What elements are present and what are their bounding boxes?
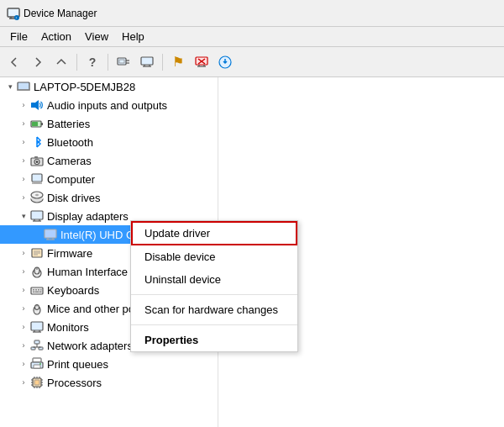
tree-item-audio[interactable]: › Audio inputs and outputs <box>0 96 218 114</box>
forward-button[interactable] <box>27 51 49 73</box>
title-bar: ! Device Manager <box>0 0 504 27</box>
menu-file[interactable]: File <box>3 29 34 45</box>
context-update-driver[interactable]: Update driver <box>131 221 297 245</box>
svg-rect-55 <box>35 289 37 291</box>
svg-rect-54 <box>33 289 34 291</box>
keyboard-icon <box>30 283 44 297</box>
monitor-button[interactable] <box>136 51 158 73</box>
disk-label: Disk drives <box>47 192 101 204</box>
bluetooth-icon <box>30 135 44 149</box>
context-scan-changes[interactable]: Scan for hardware changes <box>131 298 297 321</box>
svg-rect-68 <box>34 340 39 344</box>
svg-rect-25 <box>41 123 43 125</box>
up-button[interactable] <box>50 51 72 73</box>
expand-mice[interactable]: › <box>17 302 30 315</box>
tree-item-processors[interactable]: › Proces <box>0 373 218 392</box>
expand-intel <box>30 228 44 241</box>
bluetooth-label: Bluetooth <box>47 136 93 149</box>
expand-keyboards[interactable]: › <box>17 283 30 297</box>
network-icon <box>30 339 44 352</box>
help-button[interactable]: ? <box>81 51 103 73</box>
laptop-icon <box>17 80 30 93</box>
svg-rect-74 <box>33 358 41 362</box>
svg-rect-38 <box>31 211 43 219</box>
update-driver-toolbar-button[interactable] <box>214 51 236 73</box>
svg-rect-76 <box>34 365 40 368</box>
svg-rect-42 <box>45 229 56 238</box>
battery-icon <box>30 117 44 130</box>
expand-audio[interactable]: › <box>17 98 30 112</box>
sep2 <box>108 54 108 71</box>
remove-button[interactable] <box>191 51 213 73</box>
cameras-label: Cameras <box>47 155 92 167</box>
mice-icon <box>30 302 44 315</box>
batteries-label: Batteries <box>47 118 90 130</box>
expand-print[interactable]: › <box>17 357 30 371</box>
firmware-label: Firmware <box>47 247 92 260</box>
tree-item-cameras[interactable]: › Cameras <box>0 151 218 170</box>
audio-icon <box>30 98 44 112</box>
svg-rect-57 <box>40 289 42 291</box>
print-label: Print queues <box>47 358 108 371</box>
hid-icon <box>30 265 44 278</box>
menu-action[interactable]: Action <box>34 29 78 45</box>
context-divider-2 <box>131 324 297 325</box>
main-content: ▾ LAPTOP-5DEMJB28 › Audio inputs and <box>0 77 504 427</box>
svg-rect-79 <box>34 380 39 385</box>
svg-rect-59 <box>35 292 39 293</box>
svg-rect-26 <box>32 122 38 126</box>
expand-disk[interactable]: › <box>17 191 30 204</box>
expand-bluetooth[interactable]: › <box>17 135 30 149</box>
scan-button[interactable] <box>113 51 134 73</box>
context-disable-device[interactable]: Disable device <box>131 245 297 268</box>
expand-monitors[interactable]: › <box>17 320 30 334</box>
expand-batteries[interactable]: › <box>17 117 30 130</box>
sep1 <box>76 54 77 71</box>
expand-hid[interactable]: › <box>17 265 30 278</box>
audio-label: Audio inputs and outputs <box>47 99 167 112</box>
expand-network[interactable]: › <box>17 339 30 352</box>
expand-processors[interactable]: › <box>17 376 30 389</box>
menu-bar: File Action View Help <box>0 27 504 47</box>
svg-point-77 <box>39 363 41 365</box>
svg-rect-31 <box>32 174 42 182</box>
tree-item-disk[interactable]: › Disk drives <box>0 188 218 207</box>
expand-firmware[interactable]: › <box>17 246 30 260</box>
laptop-label: LAPTOP-5DEMJB28 <box>34 81 135 93</box>
intel-icon <box>44 228 57 241</box>
svg-rect-64 <box>31 322 43 330</box>
expand-computer[interactable]: › <box>17 172 30 186</box>
processors-label: Processors <box>47 377 102 389</box>
menu-help[interactable]: Help <box>115 29 151 45</box>
svg-point-37 <box>35 194 39 196</box>
display-label: Display adapters <box>47 210 129 223</box>
computer-icon <box>30 172 44 186</box>
monitors-label: Monitors <box>47 321 89 334</box>
firmware-icon <box>30 246 44 260</box>
tree-item-computer[interactable]: › Computer <box>0 170 218 188</box>
tree-item-print[interactable]: › Print queues <box>0 355 218 373</box>
context-uninstall-device[interactable]: Uninstall device <box>131 268 297 291</box>
expand-cameras[interactable]: › <box>17 154 30 167</box>
context-menu: Update driver Disable device Uninstall d… <box>130 220 298 352</box>
context-properties[interactable]: Properties <box>131 329 297 351</box>
expand-laptop[interactable]: ▾ <box>3 80 17 93</box>
flag-button[interactable]: ⚑ <box>167 51 189 73</box>
svg-rect-53 <box>31 287 43 294</box>
menu-view[interactable]: View <box>78 29 115 45</box>
sep3 <box>162 54 163 71</box>
app-icon: ! <box>7 7 20 20</box>
expand-display[interactable]: ▾ <box>17 209 30 223</box>
toolbar: ? ⚑ <box>0 47 504 77</box>
tree-item-laptop[interactable]: ▾ LAPTOP-5DEMJB28 <box>0 77 218 96</box>
network-label: Network adapters <box>47 340 133 352</box>
svg-rect-6 <box>118 58 126 65</box>
tree-item-batteries[interactable]: › Batteries <box>0 114 218 133</box>
tree-item-bluetooth[interactable]: › Bluetooth <box>0 133 218 151</box>
keyboards-label: Keyboards <box>47 284 99 297</box>
processor-icon <box>30 376 44 389</box>
back-button[interactable] <box>3 51 25 73</box>
svg-rect-10 <box>141 57 153 65</box>
disk-icon <box>30 191 44 204</box>
svg-rect-56 <box>38 289 39 291</box>
